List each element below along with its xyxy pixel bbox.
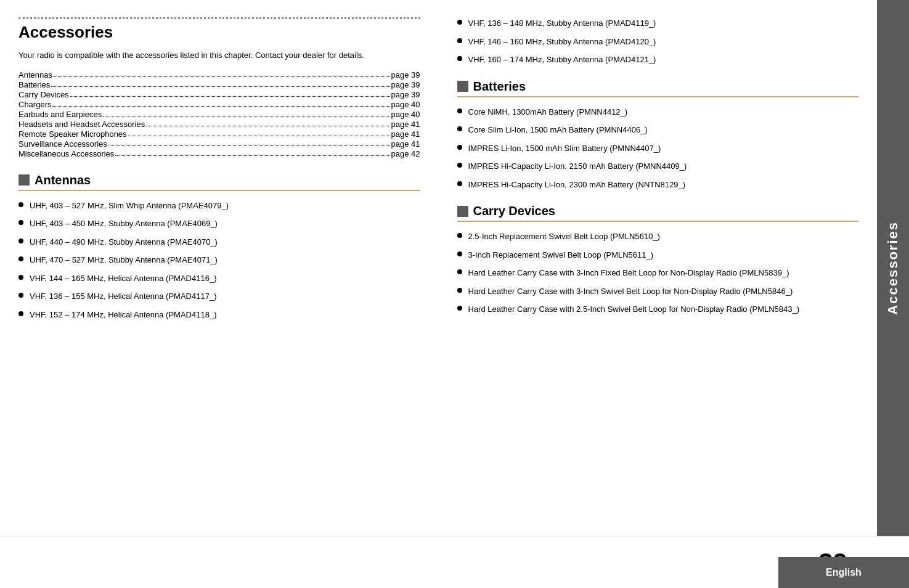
- toc-row: Antennaspage 39: [18, 70, 420, 80]
- list-item: VHF, 160 – 174 MHz, Stubby Antenna (PMAD…: [457, 54, 859, 66]
- list-item-text: VHF, 152 – 174 MHz, Helical Antenna (PMA…: [30, 309, 217, 321]
- list-item: 3-Inch Replacement Swivel Belt Loop (PML…: [457, 249, 859, 261]
- list-item: IMPRES Hi-Capacity Li-Ion, 2150 mAh Batt…: [457, 160, 859, 173]
- bullet-dot: [457, 20, 462, 25]
- side-tab: Accessories: [877, 0, 909, 536]
- language-badge: English: [778, 557, 909, 588]
- toc-label: Batteries: [18, 80, 50, 89]
- antennas-icon: [18, 174, 30, 186]
- toc-page: page 41: [391, 120, 420, 129]
- toc-dots: [115, 149, 389, 156]
- batteries-header: Batteries: [457, 80, 859, 94]
- list-item-text: VHF, 146 – 160 MHz, Stubby Antenna (PMAD…: [468, 36, 656, 48]
- toc-page: page 40: [391, 100, 420, 109]
- bullet-dot: [457, 145, 462, 150]
- toc-row: Miscellaneous Accessoriespage 42: [18, 149, 420, 158]
- batteries-icon: [457, 81, 468, 92]
- toc-dots: [70, 90, 390, 97]
- bullet-dot: [457, 163, 462, 168]
- list-item: Hard Leather Carry Case with 2.5-Inch Sw…: [457, 303, 859, 316]
- list-item-text: VHF, 160 – 174 MHz, Stubby Antenna (PMAD…: [468, 54, 656, 66]
- list-item: VHF, 136 – 148 MHz, Stubby Antenna (PMAD…: [457, 17, 859, 30]
- right-column: VHF, 136 – 148 MHz, Stubby Antenna (PMAD…: [448, 17, 859, 533]
- list-item-text: Hard Leather Carry Case with 3-Inch Fixe…: [468, 267, 789, 279]
- bullet-dot: [18, 311, 23, 316]
- bullet-dot: [457, 38, 462, 43]
- toc-dots: [51, 80, 389, 87]
- toc-label: Antennas: [18, 70, 52, 80]
- list-item-text: IMPRES Hi-Capacity Li-Ion, 2150 mAh Batt…: [468, 160, 687, 173]
- list-item-text: Hard Leather Carry Case with 2.5-Inch Sw…: [468, 303, 800, 316]
- main-content: Accessories Your radio is compatible wit…: [0, 0, 877, 588]
- list-item: Core Slim Li-Ion, 1500 mAh Battery (PMNN…: [457, 124, 859, 136]
- list-item: Hard Leather Carry Case with 3-Inch Swiv…: [457, 285, 859, 298]
- toc-row: Batteriespage 39: [18, 80, 420, 89]
- list-item-text: IMPRES Li-Ion, 1500 mAh Slim Battery (PM…: [468, 142, 661, 155]
- toc-label: Earbuds and Earpieces: [18, 110, 102, 119]
- left-column: Accessories Your radio is compatible wit…: [18, 17, 430, 533]
- bullet-dot: [457, 288, 462, 293]
- toc-label: Miscellaneous Accessories: [18, 149, 114, 158]
- toc-row: Remote Speaker Microphonespage 41: [18, 129, 420, 139]
- list-item-text: VHF, 144 – 165 MHz, Helical Antenna (PMA…: [30, 272, 217, 285]
- batteries-section: Batteries Core NiMH, 1300mAh Battery (PM…: [457, 80, 859, 191]
- list-item: IMPRES Li-Ion, 1500 mAh Slim Battery (PM…: [457, 142, 859, 155]
- carry-devices-icon: [457, 206, 468, 217]
- bullet-dot: [457, 233, 462, 238]
- antennas-header: Antennas: [18, 173, 420, 187]
- list-item: UHF, 440 – 490 MHz, Stubby Antenna (PMAE…: [18, 236, 420, 248]
- list-item: UHF, 470 – 527 MHz, Stubby Antenna (PMAE…: [18, 254, 420, 266]
- list-item-text: Core Slim Li-Ion, 1500 mAh Battery (PMNN…: [468, 124, 648, 136]
- page-container: Accessories Accessories Your radio is co…: [0, 0, 909, 588]
- toc-page: page 41: [391, 139, 420, 149]
- table-of-contents: Antennaspage 39Batteriespage 39Carry Dev…: [18, 70, 420, 158]
- list-item: Core NiMH, 1300mAh Battery (PMNN4412_): [457, 106, 859, 118]
- list-item: VHF, 152 – 174 MHz, Helical Antenna (PMA…: [18, 309, 420, 321]
- carry-devices-header: Carry Devices: [457, 204, 859, 218]
- bullet-dot: [457, 108, 462, 113]
- toc-label: Remote Speaker Microphones: [18, 129, 127, 139]
- list-item: 2.5-Inch Replacement Swivel Belt Loop (P…: [457, 231, 859, 243]
- toc-page: page 42: [391, 149, 420, 158]
- batteries-divider: [457, 96, 859, 97]
- list-item-text: VHF, 136 – 148 MHz, Stubby Antenna (PMAD…: [468, 17, 656, 30]
- toc-dots: [103, 110, 389, 116]
- batteries-title: Batteries: [473, 80, 526, 94]
- list-item-text: 3-Inch Replacement Swivel Belt Loop (PML…: [468, 249, 654, 261]
- toc-label: Headsets and Headset Accessories: [18, 120, 145, 129]
- antennas-list: UHF, 403 – 527 MHz, Slim Whip Antenna (P…: [18, 200, 420, 321]
- toc-label: Carry Devices: [18, 90, 69, 99]
- toc-label: Surveillance Accessories: [18, 139, 107, 149]
- carry-devices-list: 2.5-Inch Replacement Swivel Belt Loop (P…: [457, 231, 859, 316]
- language-label: English: [826, 567, 862, 578]
- side-tab-label: Accessories: [885, 221, 901, 315]
- dotted-divider-top: [18, 17, 420, 19]
- toc-row: Chargerspage 40: [18, 100, 420, 109]
- list-item: VHF, 136 – 155 MHz, Helical Antenna (PMA…: [18, 290, 420, 303]
- list-item-text: VHF, 136 – 155 MHz, Helical Antenna (PMA…: [30, 290, 217, 303]
- carry-devices-section: Carry Devices 2.5-Inch Replacement Swive…: [457, 204, 859, 316]
- toc-page: page 39: [391, 70, 420, 80]
- list-item: IMPRES Hi-Capacity Li-Ion, 2300 mAh Batt…: [457, 179, 859, 191]
- toc-dots: [54, 70, 390, 77]
- list-item-text: UHF, 403 – 450 MHz, Stubby Antenna (PMAE…: [30, 218, 218, 230]
- list-item-text: UHF, 440 – 490 MHz, Stubby Antenna (PMAE…: [30, 236, 218, 248]
- batteries-list: Core NiMH, 1300mAh Battery (PMNN4412_)Co…: [457, 106, 859, 191]
- bullet-dot: [18, 293, 23, 298]
- bullet-dot: [18, 256, 23, 261]
- bullet-dot: [457, 306, 462, 311]
- bullet-dot: [457, 56, 462, 61]
- intro-text: Your radio is compatible with the access…: [18, 49, 420, 62]
- bottom-bar: 39 English: [0, 536, 909, 588]
- antennas-divider: [18, 190, 420, 191]
- list-item: VHF, 144 – 165 MHz, Helical Antenna (PMA…: [18, 272, 420, 285]
- list-item-text: IMPRES Hi-Capacity Li-Ion, 2300 mAh Batt…: [468, 179, 686, 191]
- toc-row: Surveillance Accessoriespage 41: [18, 139, 420, 149]
- bullet-dot: [18, 202, 23, 207]
- carry-devices-title: Carry Devices: [473, 204, 555, 218]
- toc-dots: [52, 100, 389, 107]
- list-item: UHF, 403 – 450 MHz, Stubby Antenna (PMAE…: [18, 218, 420, 230]
- toc-page: page 41: [391, 129, 420, 139]
- carry-devices-divider: [457, 221, 859, 222]
- toc-page: page 40: [391, 110, 420, 119]
